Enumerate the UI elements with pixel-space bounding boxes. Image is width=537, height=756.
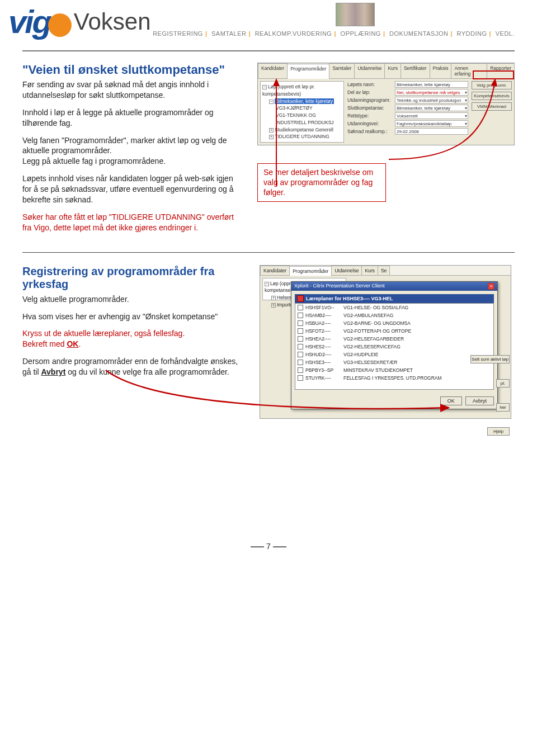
tree-expand-icon[interactable]: − (265, 282, 269, 286)
field-utdanningsvei[interactable]: Fagbrev/praksiskandidatløp (395, 120, 468, 127)
checkbox[interactable] (298, 313, 303, 318)
laereplan-row[interactable]: HSAMB2----VG2-AMBULANSEFAG (295, 311, 493, 319)
checkbox[interactable] (298, 328, 303, 334)
section2-p1: Velg aktuelle programområder. (22, 294, 246, 305)
laereplan-row[interactable]: STUYRK----FELLESFAG I YRKESSPES. UTD.PRO… (295, 374, 493, 382)
tree-item[interactable]: VG1-TEKNIKK OG INDUSTRIELL PRODUKSJ (262, 112, 342, 126)
shot1-fields: Løpets navn:Bilmekaniker, lette kjøretøy… (347, 81, 468, 143)
velg-progromr-button[interactable]: Velg progr.omr. (472, 81, 512, 89)
section2-p3: Kryss ut de aktuelle læreplaner, også fe… (22, 328, 246, 349)
laereplan-row[interactable]: PBPBY3--SPMINSTEKRAV STUDIEKOMPET (295, 366, 493, 374)
section2-p5: Dersom andre programområder enn de forhå… (22, 356, 246, 377)
tree-item-selected[interactable]: Bilmekaniker, lette kjøretøy (275, 98, 334, 104)
tab-kurs[interactable]: Kurs (384, 63, 401, 78)
tree-expand-icon[interactable]: + (271, 303, 276, 308)
section1-p4: Løpets innhold vises når kandidaten logg… (22, 173, 244, 205)
section1-p1: Før sending av svar på søknad må det ang… (22, 79, 244, 101)
field-utdanningsprogram[interactable]: Teknikk og industriell produksjon (395, 97, 468, 103)
tree-item[interactable]: VG3-KJØRETØY (262, 105, 342, 112)
laereplaner-dialog: Xplorit - Citrix Presentation Server Cli… (291, 281, 498, 409)
header-nav: REGISTRERING| SAMTALER| REALKOMP.VURDERI… (153, 30, 515, 37)
ok-button[interactable]: OK (440, 396, 462, 405)
field-soknad-realkomp[interactable]: 29.02.2008 (395, 128, 468, 135)
screenshot-laereplaner: Kandidater Programområder Utdannelse Kur… (260, 265, 511, 419)
checkbox[interactable] (298, 360, 303, 365)
laereplan-row[interactable]: HSHSE3----VG3-HELSESEKRETÆR (295, 358, 493, 366)
page-footer: 7 (22, 542, 515, 551)
page-number: 7 (266, 542, 271, 551)
laereplaner-header: Læreplaner for HSHSE3---- VG3-HEL (295, 294, 494, 303)
laereplaner-list[interactable]: HSHSF1VO--VG1-HELSE- OG SOSIALFAGHSAMB2-… (295, 303, 494, 390)
tree-expand-icon[interactable]: − (262, 85, 267, 89)
tree-expand-icon[interactable]: + (269, 128, 274, 133)
tab-praksis[interactable]: Praksis (430, 63, 452, 78)
section1-p3: Velg fanen "Programområder", marker akti… (22, 135, 244, 167)
dialog-title: Xplorit - Citrix Presentation Server Cli… (294, 283, 385, 290)
logo: vig Voksen (8, 3, 151, 40)
section1-p2: Innhold i løp er å legge på aktuelle pro… (22, 107, 244, 129)
screenshot-programomrader: Kandidater Programområder Samtaler Utdan… (257, 63, 515, 145)
tab-kurs[interactable]: Kurs (361, 266, 378, 275)
laereplan-row[interactable]: HSHES2----VG2-HELSESERVICEFAG (295, 343, 493, 351)
tab-samtaler[interactable]: Samtaler (329, 63, 355, 78)
tree-expand-icon[interactable]: + (269, 135, 274, 139)
tab-utdannelse[interactable]: Utdannelse (331, 266, 362, 275)
book-icon (297, 295, 304, 302)
highlight-velg-progromr (473, 70, 514, 79)
tree-item[interactable]: TIDLIGERE UTDANNING (275, 134, 329, 139)
sett-aktivt-lop-button[interactable]: Sett som aktivt løp (470, 355, 510, 363)
checkbox[interactable] (298, 320, 303, 326)
vmm-merknad-button[interactable]: VMM Merknad (472, 102, 512, 111)
checkbox[interactable] (298, 375, 303, 381)
shot1-tree[interactable]: −Løp (opprett ett løp pr. kompetansebevi… (260, 81, 344, 143)
tab-programomrader[interactable]: Programområder (289, 266, 332, 276)
field-rettstype[interactable]: Voksenrett (395, 112, 468, 119)
section1-title: "Veien til ønsket sluttkompetanse" (22, 63, 244, 77)
laereplan-row[interactable]: HSHEA2----VG2-HELSEFAGARBEIDER (295, 335, 493, 343)
tab-sertifikater[interactable]: Sertifikater (401, 63, 430, 78)
field-del-av-lop[interactable]: Nei, sluttkompetanse må velges (395, 89, 468, 96)
tab-kandidater[interactable]: Kandidater (258, 63, 288, 78)
checkbox[interactable] (298, 344, 303, 349)
close-icon[interactable]: × (488, 283, 494, 290)
section2-p2: Hva som vises her er avhengig av "Ønsket… (22, 311, 246, 322)
tab-kandidater[interactable]: Kandidater (260, 266, 290, 275)
tree-expand-icon[interactable]: + (271, 296, 276, 300)
tree-expand-icon[interactable]: − (269, 100, 274, 104)
kompetansebevis-button[interactable]: Kompetansebevis (472, 92, 512, 100)
section2-title: Registrering av programområder fra yrkes… (22, 265, 246, 291)
tab-se[interactable]: Se (378, 266, 390, 275)
her-button[interactable]: her (496, 403, 510, 412)
header-photo-strip (336, 3, 375, 26)
red-info-box: Se mer detaljert beskrivelse om valg av … (257, 163, 386, 202)
page-header: vig Voksen REGISTRERING| SAMTALER| REALK… (22, 6, 515, 50)
checkbox[interactable] (298, 352, 303, 357)
laereplan-row[interactable]: HSHUD2----VG2-HUDPLEIE (295, 351, 493, 358)
pl-button[interactable]: pl. (496, 379, 510, 388)
tree-item[interactable]: Studiekompetanse Generell (275, 127, 333, 133)
checkbox[interactable] (298, 367, 303, 373)
tab-programomrader[interactable]: Programområder (287, 64, 329, 79)
hjelp-button[interactable]: Hjelp (487, 427, 510, 436)
laereplan-row[interactable]: HSFOT2----VG2-FOTTERAPI OG ORTOPE (295, 327, 493, 335)
checkbox[interactable] (298, 305, 303, 310)
checkbox[interactable] (298, 336, 303, 342)
section1-p5-warning: Søker har ofte fått et løp "TIDLIGERE UT… (22, 212, 244, 233)
field-lopets-navn[interactable]: Bilmekaniker, lette kjøretøy (395, 81, 468, 88)
field-sluttkompetanse[interactable]: Bilmekaniker, lette kjøretøy (395, 105, 468, 111)
laereplan-row[interactable]: HSBUA2----VG2-BARNE- OG UNGDOMSA (295, 319, 493, 327)
tab-utdannelse[interactable]: Utdannelse (354, 63, 385, 78)
laereplan-row[interactable]: HSHSF1VO--VG1-HELSE- OG SOSIALFAG (295, 304, 493, 311)
